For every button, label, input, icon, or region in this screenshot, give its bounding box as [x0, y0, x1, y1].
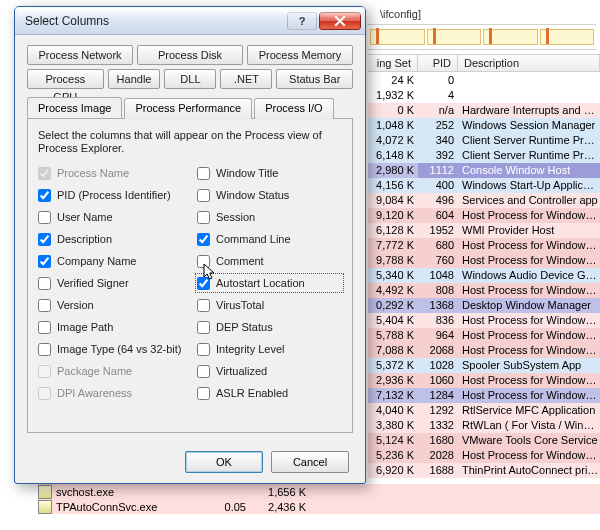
path-label: \ifconfig]: [380, 8, 421, 20]
table-row[interactable]: 5,404 K836Host Process for Windows S...: [368, 313, 600, 328]
table-row[interactable]: 4,072 K340Client Server Runtime Process: [368, 133, 600, 148]
column-checkbox[interactable]: [197, 189, 210, 202]
table-row[interactable]: 9,084 K496Services and Controller app: [368, 193, 600, 208]
column-option-label: Virtualized: [216, 365, 267, 377]
table-row[interactable]: 6,148 K392Client Server Runtime Process: [368, 148, 600, 163]
category-button[interactable]: Process Memory: [247, 45, 353, 65]
tab[interactable]: Process Performance: [124, 98, 252, 119]
table-row[interactable]: 24 K0: [368, 73, 600, 88]
category-button[interactable]: Process GPU: [27, 69, 104, 89]
table-header[interactable]: ing Set PID Description: [368, 54, 600, 72]
table-row[interactable]: 0,292 K1368Desktop Window Manager: [368, 298, 600, 313]
column-checkbox[interactable]: [197, 255, 210, 268]
table-row[interactable]: 3,380 K1332RtWLan ( For Vista / Win7) ..…: [368, 418, 600, 433]
cancel-button[interactable]: Cancel: [271, 451, 349, 473]
table-row[interactable]: 4,156 K400Windows Start-Up Application: [368, 178, 600, 193]
table-row[interactable]: 6,128 K1952WMI Provider Host: [368, 223, 600, 238]
column-option[interactable]: Command Line: [197, 231, 342, 247]
column-option[interactable]: Comment: [197, 253, 342, 269]
column-checkbox[interactable]: [197, 387, 210, 400]
table-row[interactable]: 0 Kn/aHardware Interrupts and DPCs: [368, 103, 600, 118]
column-option-label: Comment: [216, 255, 264, 267]
column-option[interactable]: PID (Process Identifier): [38, 187, 183, 203]
column-checkbox[interactable]: [197, 299, 210, 312]
col-pid[interactable]: PID: [418, 54, 458, 72]
tree-row[interactable]: TPAutoConnSvc.exe0.052,436 K: [38, 499, 600, 514]
category-button[interactable]: DLL: [164, 69, 216, 89]
column-option-label: Session: [216, 211, 255, 223]
column-option[interactable]: Image Path: [38, 319, 183, 335]
table-row[interactable]: 4,040 K1292RtlService MFC Application: [368, 403, 600, 418]
column-checkbox[interactable]: [197, 343, 210, 356]
column-checkbox[interactable]: [38, 277, 51, 290]
help-button[interactable]: [287, 12, 317, 30]
category-button[interactable]: Status Bar: [276, 69, 353, 89]
table-row[interactable]: 5,340 K1048Windows Audio Device Grap...: [368, 268, 600, 283]
table-row[interactable]: 2,936 K1060Host Process for Windows S...: [368, 373, 600, 388]
table-row[interactable]: 7,772 K680Host Process for Windows S...: [368, 238, 600, 253]
column-checkbox[interactable]: [197, 277, 210, 290]
column-checkbox[interactable]: [38, 299, 51, 312]
column-checkbox[interactable]: [38, 343, 51, 356]
column-checkbox[interactable]: [197, 167, 210, 180]
table-row[interactable]: 5,372 K1028Spooler SubSystem App: [368, 358, 600, 373]
column-option[interactable]: Window Title: [197, 165, 342, 181]
column-option[interactable]: Virtualized: [197, 363, 342, 379]
column-option[interactable]: Session: [197, 209, 342, 225]
column-checkbox[interactable]: [197, 365, 210, 378]
column-checkbox[interactable]: [38, 189, 51, 202]
tree-row[interactable]: svchost.exe1,656 K: [38, 484, 600, 499]
column-option[interactable]: Description: [38, 231, 183, 247]
column-checkbox[interactable]: [38, 233, 51, 246]
table-row[interactable]: 7,088 K2068Host Process for Windows S...: [368, 343, 600, 358]
col-description[interactable]: Description: [458, 54, 600, 72]
instruction-text: Select the columns that will appear on t…: [38, 129, 342, 155]
column-option[interactable]: Version: [38, 297, 183, 313]
column-option[interactable]: Image Type (64 vs 32-bit): [38, 341, 183, 357]
column-option[interactable]: DEP Status: [197, 319, 342, 335]
column-checkbox[interactable]: [38, 211, 51, 224]
column-checkbox[interactable]: [38, 321, 51, 334]
column-option[interactable]: ASLR Enabled: [197, 385, 342, 401]
column-checkbox[interactable]: [38, 255, 51, 268]
column-option[interactable]: Company Name: [38, 253, 183, 269]
checkbox-column-right: Window TitleWindow StatusSessionCommand …: [197, 165, 342, 424]
close-button[interactable]: [319, 12, 361, 30]
table-row[interactable]: 7,132 K1284Host Process for Windows T...: [368, 388, 600, 403]
tab[interactable]: Process I/O: [254, 98, 333, 119]
table-row[interactable]: 1,932 K4: [368, 88, 600, 103]
column-option[interactable]: User Name: [38, 209, 183, 225]
column-option-label: Package Name: [57, 365, 132, 377]
table-row[interactable]: 4,492 K808Host Process for Windows S...: [368, 283, 600, 298]
col-workingset[interactable]: ing Set: [368, 54, 418, 72]
titlebar[interactable]: Select Columns: [15, 7, 365, 35]
table-row[interactable]: 6,920 K1688ThinPrint AutoConnect printe.…: [368, 463, 600, 478]
table-row[interactable]: 9,788 K760Host Process for Windows S...: [368, 253, 600, 268]
column-option[interactable]: Autostart Location: [197, 275, 342, 291]
table-row[interactable]: 1,048 K252Windows Session Manager: [368, 118, 600, 133]
table-row[interactable]: 9,120 K604Host Process for Windows S...: [368, 208, 600, 223]
column-checkbox[interactable]: [197, 321, 210, 334]
column-option[interactable]: Integrity Level: [197, 341, 342, 357]
process-tree-fragment[interactable]: svchost.exe1,656 KTPAutoConnSvc.exe0.052…: [38, 484, 600, 514]
category-button[interactable]: .NET: [220, 69, 272, 89]
column-checkbox[interactable]: [197, 211, 210, 224]
table-row[interactable]: 5,788 K964Host Process for Windows S...: [368, 328, 600, 343]
column-option[interactable]: Verified Signer: [38, 275, 183, 291]
column-option[interactable]: VirusTotal: [197, 297, 342, 313]
tab[interactable]: Process Image: [27, 97, 122, 118]
table-row[interactable]: 5,236 K2028Host Process for Windows S...: [368, 448, 600, 463]
column-option[interactable]: Window Status: [197, 187, 342, 203]
column-checkbox[interactable]: [197, 233, 210, 246]
table-body[interactable]: 24 K01,932 K40 Kn/aHardware Interrupts a…: [368, 73, 600, 530]
table-row[interactable]: 2,980 K1112Console Window Host: [368, 163, 600, 178]
column-checkbox: [38, 365, 51, 378]
ok-button[interactable]: OK: [185, 451, 263, 473]
category-button[interactable]: Handle: [108, 69, 161, 89]
column-checkbox: [38, 387, 51, 400]
category-button[interactable]: Process Network: [27, 45, 133, 65]
category-row-2: Process GPUHandleDLL.NETStatus Bar: [27, 69, 353, 89]
table-row[interactable]: 5,124 K1680VMware Tools Core Service: [368, 433, 600, 448]
category-button[interactable]: Process Disk: [137, 45, 243, 65]
category-row-1: Process NetworkProcess DiskProcess Memor…: [27, 45, 353, 65]
